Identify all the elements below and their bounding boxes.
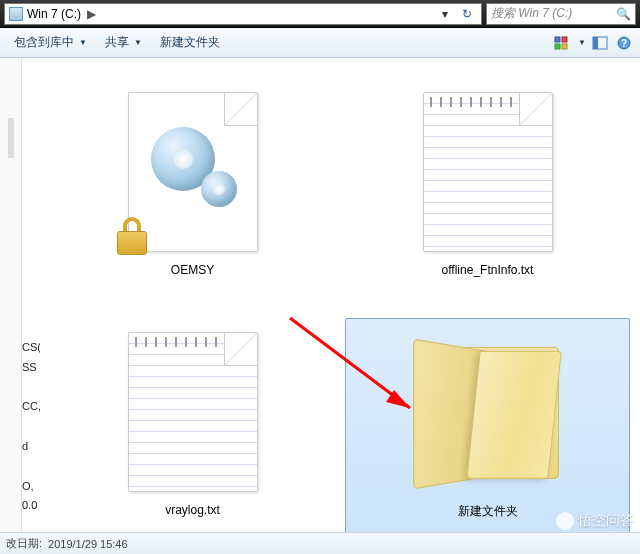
file-label: OEMSY bbox=[171, 263, 214, 277]
include-label: 包含到库中 bbox=[14, 34, 74, 51]
help-icon[interactable]: ? bbox=[614, 33, 634, 53]
newfolder-label: 新建文件夹 bbox=[160, 34, 220, 51]
preview-pane-icon[interactable] bbox=[590, 33, 610, 53]
clip-text: SS bbox=[22, 358, 40, 378]
watermark: 悟空问答 bbox=[556, 512, 634, 530]
status-bar: 改日期: 2019/1/29 15:46 bbox=[0, 532, 640, 554]
dropdown-icon: ▼ bbox=[79, 38, 87, 47]
breadcrumb-arrow-icon[interactable]: ▶ bbox=[87, 7, 96, 21]
text-file-icon bbox=[408, 87, 568, 257]
cropped-details-pane: CS( SS CC, d O, 0.0 bbox=[22, 58, 40, 532]
status-date-label: 改日期: bbox=[6, 536, 42, 551]
clip-text: CS( bbox=[22, 338, 40, 358]
clip-text: 0.0 bbox=[22, 496, 40, 516]
toolbar-right-icons: ▼ ? bbox=[552, 33, 634, 53]
file-label: offline_FtnInfo.txt bbox=[442, 263, 534, 277]
search-icon: 🔍 bbox=[616, 7, 631, 21]
refresh-icon[interactable]: ↻ bbox=[457, 5, 477, 23]
file-list[interactable]: OEMSY offline_FtnInfo.txt vraylog.txt bbox=[40, 58, 640, 532]
file-label: vraylog.txt bbox=[165, 503, 220, 517]
folder-icon bbox=[408, 327, 568, 497]
navigation-pane-edge[interactable] bbox=[0, 58, 22, 532]
dropdown-icon[interactable]: ▼ bbox=[578, 38, 586, 47]
file-label: 新建文件夹 bbox=[458, 503, 518, 520]
svg-rect-1 bbox=[562, 37, 567, 42]
svg-text:?: ? bbox=[621, 38, 627, 49]
svg-rect-5 bbox=[593, 37, 598, 49]
view-icon[interactable] bbox=[552, 33, 572, 53]
address-dropdown-icon[interactable]: ▾ bbox=[437, 5, 453, 23]
main-area: CS( SS CC, d O, 0.0 OEM bbox=[0, 58, 640, 532]
clip-text: d bbox=[22, 437, 40, 457]
splitter-handle[interactable] bbox=[8, 118, 14, 158]
address-text: Win 7 (C:) bbox=[27, 7, 81, 21]
dropdown-icon: ▼ bbox=[134, 38, 142, 47]
status-date-value: 2019/1/29 15:46 bbox=[48, 538, 128, 550]
system-file-icon bbox=[113, 87, 273, 257]
clip-text: O, bbox=[22, 477, 40, 497]
include-in-library-button[interactable]: 包含到库中 ▼ bbox=[6, 31, 95, 54]
watermark-text: 悟空问答 bbox=[578, 512, 634, 530]
svg-rect-3 bbox=[562, 44, 567, 49]
svg-rect-2 bbox=[555, 44, 560, 49]
file-item-offline[interactable]: offline_FtnInfo.txt bbox=[345, 78, 630, 308]
titlebar: Win 7 (C:) ▶ ▾ ↻ 搜索 Win 7 (C:) 🔍 bbox=[0, 0, 640, 28]
share-button[interactable]: 共享 ▼ bbox=[97, 31, 150, 54]
search-input[interactable]: 搜索 Win 7 (C:) 🔍 bbox=[486, 3, 636, 25]
clip-text: CC, bbox=[22, 397, 40, 417]
search-placeholder: 搜索 Win 7 (C:) bbox=[491, 5, 612, 22]
lock-overlay-icon bbox=[115, 217, 151, 255]
address-bar[interactable]: Win 7 (C:) ▶ ▾ ↻ bbox=[4, 3, 482, 25]
share-label: 共享 bbox=[105, 34, 129, 51]
text-file-icon bbox=[113, 327, 273, 497]
new-folder-button[interactable]: 新建文件夹 bbox=[152, 31, 228, 54]
toolbar: 包含到库中 ▼ 共享 ▼ 新建文件夹 ▼ ? bbox=[0, 28, 640, 58]
svg-rect-0 bbox=[555, 37, 560, 42]
file-item-vraylog[interactable]: vraylog.txt bbox=[50, 318, 335, 548]
watermark-logo-icon bbox=[556, 512, 574, 530]
file-item-oemsy[interactable]: OEMSY bbox=[50, 78, 335, 308]
drive-icon bbox=[9, 7, 23, 21]
